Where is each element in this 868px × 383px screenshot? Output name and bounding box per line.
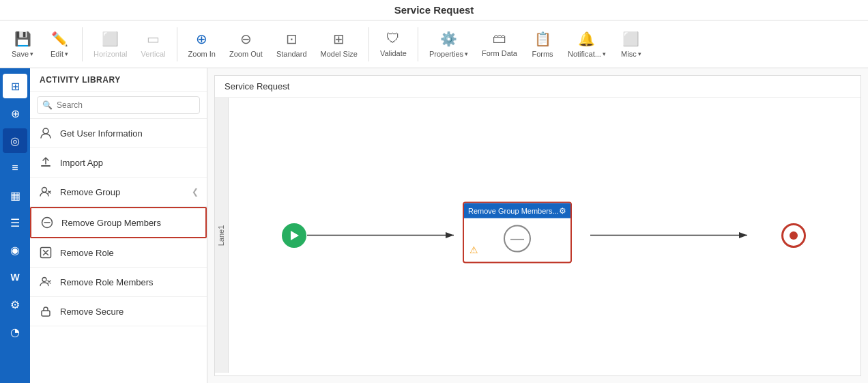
- toolbar-notifications[interactable]: 🔔 Notificat... ▾: [562, 28, 611, 61]
- zoom-in-label: Zoom In: [188, 50, 216, 58]
- toolbar-zoom-in[interactable]: ⊕ Zoom In: [183, 28, 221, 61]
- lane-container: Lane1: [215, 98, 860, 373]
- canvas-title: Service Request: [215, 76, 860, 98]
- activity-node-minus-circle: —: [504, 225, 531, 252]
- zoom-in-icon: ⊕: [196, 31, 207, 47]
- sidebar-icon-wp[interactable]: W: [3, 265, 27, 289]
- upload-icon: [38, 155, 53, 170]
- group-x-icon: [38, 274, 53, 289]
- form-data-icon: 🗃: [493, 31, 506, 46]
- toolbar-save[interactable]: 💾 Save ▾: [5, 28, 40, 61]
- sidebar-icon-bar-chart[interactable]: ▦: [3, 183, 27, 208]
- activity-item-remove-group[interactable]: Remove Group ❮: [30, 178, 207, 207]
- activity-node-gear-icon[interactable]: ⚙: [559, 205, 566, 215]
- import-app-label: Import App: [60, 158, 103, 168]
- zoom-out-icon: ⊖: [240, 31, 252, 47]
- misc-icon: ⬜: [622, 31, 639, 47]
- sidebar-icon-settings[interactable]: ⚙: [3, 292, 27, 317]
- toolbar-form-data[interactable]: 🗃 Form Data: [476, 28, 523, 60]
- canvas-area: Service Request Lane1: [207, 68, 868, 383]
- end-node[interactable]: [781, 223, 806, 248]
- main-area: ⊞ ⊕ ◎ ≡ ▦ ☰ ◉ W ⚙ ◔ ACTIVITY LIBRARY 🔍: [0, 68, 868, 383]
- toolbar-validate[interactable]: 🛡 Validate: [375, 28, 412, 60]
- save-icon: 💾: [14, 31, 31, 47]
- search-wrapper: 🔍: [37, 96, 200, 114]
- search-input[interactable]: [37, 96, 200, 114]
- user-icon: [38, 126, 53, 141]
- remove-group-label: Remove Group: [60, 187, 120, 197]
- get-user-info-label: Get User Information: [60, 128, 143, 139]
- activity-node-body: — ⚠: [464, 218, 570, 259]
- svg-rect-6: [42, 311, 50, 316]
- activity-item-remove-secure[interactable]: Remove Secure: [30, 297, 207, 326]
- toolbar-horizontal[interactable]: ⬜ Horizontal: [88, 28, 133, 61]
- activity-search-area: 🔍: [30, 92, 207, 119]
- properties-dropdown-arrow: ▾: [465, 51, 468, 57]
- toolbar-standard[interactable]: ⊡ Standard: [271, 28, 313, 61]
- model-size-icon: ⊞: [333, 31, 345, 47]
- vertical-icon: ▭: [147, 31, 160, 47]
- activity-node-label: Remove Group Members...: [468, 206, 559, 214]
- toolbar-edit[interactable]: ✏️ Edit ▾: [42, 28, 76, 61]
- standard-icon: ⊡: [286, 31, 298, 47]
- notifications-dropdown-arrow: ▾: [603, 51, 606, 57]
- topbar: Service Request: [0, 0, 868, 20]
- activity-item-import-app[interactable]: Import App: [30, 148, 207, 178]
- save-dropdown-arrow: ▾: [30, 51, 33, 57]
- svg-point-5: [42, 278, 46, 282]
- vertical-label: Vertical: [141, 50, 166, 58]
- remove-secure-label: Remove Secure: [60, 307, 124, 317]
- sidebar-icon-add[interactable]: ⊕: [3, 101, 27, 126]
- sidebar-icons: ⊞ ⊕ ◎ ≡ ▦ ☰ ◉ W ⚙ ◔: [0, 68, 30, 383]
- notifications-icon: 🔔: [578, 31, 595, 47]
- collapse-btn[interactable]: ❮: [192, 187, 199, 197]
- toolbar-model-size[interactable]: ⊞ Model Size: [315, 28, 363, 61]
- svg-point-0: [43, 128, 48, 134]
- svg-rect-1: [41, 165, 50, 167]
- remove-group-members-label: Remove Group Members: [61, 218, 161, 228]
- edit-dropdown-arrow: ▾: [65, 51, 68, 57]
- sidebar-icon-grid[interactable]: ⊞: [3, 74, 27, 98]
- zoom-out-label: Zoom Out: [229, 50, 263, 58]
- sidebar-icon-video[interactable]: ◉: [3, 238, 27, 262]
- lock-icon: [38, 304, 53, 319]
- toolbar-misc[interactable]: ⬜ Misc ▾: [614, 28, 648, 61]
- activity-item-remove-role[interactable]: Remove Role: [30, 238, 207, 268]
- toolbar-zoom-out[interactable]: ⊖ Zoom Out: [224, 28, 268, 61]
- lane-content: Remove Group Members... ⚙ — ⚠: [229, 98, 860, 373]
- group-remove-icon: [38, 184, 53, 199]
- model-size-label: Model Size: [321, 50, 358, 58]
- toolbar-properties[interactable]: ⚙️ Properties ▾: [424, 28, 474, 61]
- activity-item-get-user-info[interactable]: Get User Information: [30, 119, 207, 148]
- misc-label: Misc: [621, 50, 637, 58]
- minus-circle-icon: [40, 215, 55, 230]
- sidebar-icon-misc[interactable]: ◔: [3, 320, 27, 344]
- activity-item-remove-group-members[interactable]: Remove Group Members: [30, 207, 207, 238]
- edit-icon: ✏️: [51, 31, 68, 47]
- toolbar: 💾 Save ▾ ✏️ Edit ▾ ⬜ Horizontal ▭ Vertic…: [0, 20, 868, 68]
- activity-item-remove-role-members[interactable]: Remove Role Members: [30, 268, 207, 297]
- sidebar-icon-list[interactable]: ≡: [3, 156, 27, 180]
- form-data-label: Form Data: [482, 49, 517, 57]
- edit-label: Edit: [50, 50, 63, 58]
- activity-node-header: Remove Group Members... ⚙: [464, 203, 570, 218]
- sidebar-icon-cursor[interactable]: ◎: [3, 128, 27, 153]
- sidebar-icon-chat[interactable]: ☰: [3, 210, 27, 235]
- toolbar-sep-3: [368, 27, 369, 61]
- canvas-inner: Service Request Lane1: [214, 75, 861, 376]
- start-node[interactable]: [282, 223, 306, 248]
- properties-icon: ⚙️: [440, 31, 457, 47]
- activity-list: Get User Information Import App: [30, 119, 207, 383]
- activity-node-remove-group-members[interactable]: Remove Group Members... ⚙ — ⚠: [463, 201, 572, 263]
- remove-role-label: Remove Role: [60, 248, 114, 258]
- warning-icon: ⚠: [469, 244, 478, 255]
- toolbar-sep-1: [82, 27, 83, 61]
- activity-panel: ACTIVITY LIBRARY 🔍 Get User Information: [30, 68, 207, 383]
- page-title: Service Request: [7, 4, 861, 16]
- activity-library-header: ACTIVITY LIBRARY: [30, 68, 207, 92]
- lane-label: Lane1: [215, 98, 229, 373]
- horizontal-icon: ⬜: [102, 31, 119, 47]
- toolbar-forms[interactable]: 📋 Forms: [525, 28, 560, 61]
- x-box-icon: [38, 245, 53, 260]
- toolbar-vertical[interactable]: ▭ Vertical: [136, 28, 171, 61]
